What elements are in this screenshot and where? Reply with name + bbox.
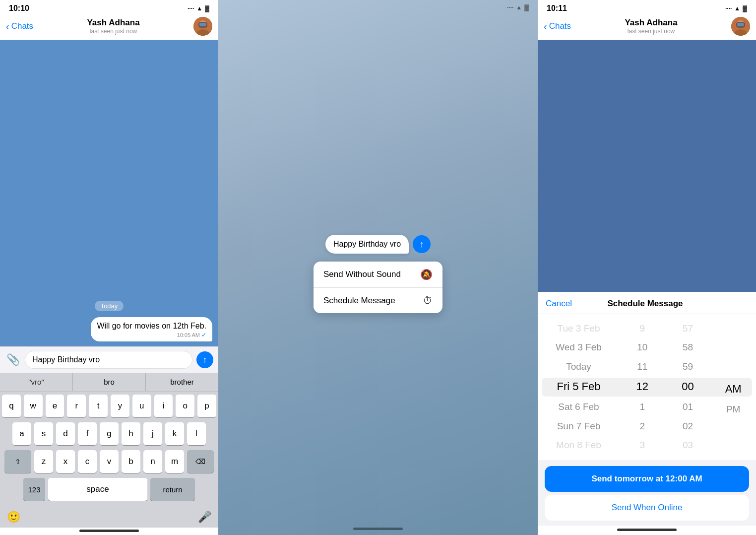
key-t[interactable]: t [89,395,108,417]
key-m[interactable]: m [165,450,184,473]
middle-chat-area: Happy Birthday vro ↑ Send Without Sound … [218,13,538,535]
key-f[interactable]: f [78,422,97,445]
picker-min-col: 57 58 59 00 01 02 03 [665,319,711,455]
battery-icon-2: ▓ [524,4,529,11]
signal-dots-icon: ···· [188,5,194,12]
schedule-icon: ⏱ [423,295,433,306]
middle-bubble: Happy Birthday vro [325,235,409,254]
context-label-1: Schedule Message [323,296,395,306]
picker-date-3: Fri 5 Feb [538,376,620,398]
svg-rect-9 [737,23,744,26]
back-label-3[interactable]: Chats [549,21,571,31]
back-button-1[interactable]: ‹ Chats [6,21,33,31]
date-picker[interactable]: Tue 3 Feb Wed 3 Feb Today Fri 5 Feb Sat … [538,314,756,460]
cancel-button[interactable]: Cancel [546,299,572,309]
back-button-3[interactable]: ‹ Chats [544,21,571,31]
svg-rect-4 [199,23,206,26]
wifi-icon-3: ▲ [734,5,740,12]
key-k[interactable]: k [165,422,184,445]
autocomplete-row: "vro" bro brother [0,373,218,392]
wifi-icon: ▲ [196,5,202,12]
key-i[interactable]: i [154,395,173,417]
key-h[interactable]: h [122,422,140,445]
key-c[interactable]: c [78,450,97,473]
context-menu-item-0[interactable]: Send Without Sound 🔕 [314,262,442,288]
picker-hour-5: 2 [620,417,665,436]
send-button-1[interactable]: ↑ [196,351,213,368]
picker-hour-1: 10 [620,338,665,357]
context-menu-item-1[interactable]: Schedule Message ⏱ [314,288,442,313]
key-v[interactable]: v [100,450,119,473]
picker-hour-0: 9 [620,319,665,338]
schedule-sheet: Cancel Schedule Message Tue 3 Feb Wed 3 … [538,292,756,526]
panel2-phone: ···· ▲ ▓ Happy Birthday vro ↑ Send Witho… [218,0,538,535]
key-backspace[interactable]: ⌫ [187,450,214,473]
key-shift[interactable]: ⇧ [4,450,31,473]
picker-hour-2: 11 [620,357,665,377]
send-online-button[interactable]: Send When Online [545,495,749,521]
contact-info-1: Yash Adhana last seen just now [87,18,139,35]
back-label-1[interactable]: Chats [11,21,33,31]
key-l[interactable]: l [187,422,206,445]
context-menu: Send Without Sound 🔕 Schedule Message ⏱ [314,262,442,313]
picker-date-6: Mon 8 Feb [538,436,620,455]
key-r[interactable]: r [67,395,86,417]
key-s[interactable]: s [34,422,53,445]
emoji-icon[interactable]: 🙂 [7,511,20,524]
avatar-1[interactable] [193,17,212,36]
time-label-1: 10:05 AM [177,332,200,338]
contact-name-1: Yash Adhana [87,18,139,28]
key-space[interactable]: space [48,478,147,501]
nav-bar-3: ‹ Chats Yash Adhana last seen just now [538,15,756,40]
battery-icon-3: ▓ [743,5,747,12]
key-b[interactable]: b [122,450,140,473]
key-d[interactable]: d [56,422,75,445]
avatar-3[interactable] [731,17,750,36]
key-o[interactable]: o [176,395,194,417]
autocomplete-item-1[interactable]: bro [73,373,146,391]
key-p[interactable]: p [197,395,216,417]
key-a[interactable]: a [12,422,31,445]
autocomplete-item-0[interactable]: "vro" [0,373,73,391]
no-sound-icon: 🔕 [420,268,433,280]
key-z[interactable]: z [34,450,53,473]
key-g[interactable]: g [100,422,119,445]
key-y[interactable]: y [111,395,129,417]
key-u[interactable]: u [132,395,151,417]
chevron-left-icon-3: ‹ [544,21,547,31]
middle-send-btn[interactable]: ↑ [413,235,431,253]
key-return[interactable]: return [150,478,195,501]
contact-status-3: last seen just now [625,28,677,35]
status-bar-3: 10:11 ···· ▲ ▓ [538,0,756,15]
key-n[interactable]: n [143,450,162,473]
send-tomorrow-button[interactable]: Send tomorrow at 12:00 AM [545,466,749,492]
key-row-3: ⇧ z x c v b n m ⌫ [2,450,216,473]
contact-status-1: last seen just now [87,28,139,35]
key-e[interactable]: e [46,395,64,417]
key-x[interactable]: x [56,450,75,473]
picker-min-4: 01 [665,398,711,417]
status-time-1: 10:10 [9,4,29,13]
key-j[interactable]: j [143,422,162,445]
input-bar-1: 📎 ↑ [0,346,218,373]
home-indicator-2 [353,528,403,530]
key-123[interactable]: 123 [23,478,45,501]
status-icons-3: ···· ▲ ▓ [725,5,747,12]
key-w[interactable]: w [24,395,43,417]
home-indicator-1 [79,530,139,532]
picker-am: AM [710,362,756,400]
status-time-3: 10:11 [547,4,567,13]
home-indicator-3 [617,529,677,531]
signal-icon-3: ···· [725,5,732,12]
picker-pm: PM [710,400,756,419]
autocomplete-item-2[interactable]: brother [146,373,218,391]
key-q[interactable]: q [2,395,21,417]
key-row-1: q w e r t y u i o p [2,395,216,417]
right-chat-area [538,40,756,292]
mic-icon[interactable]: 🎤 [198,511,211,524]
bottom-bar-1: 🙂 🎤 [0,508,218,528]
message-input-1[interactable] [25,351,192,369]
attach-button-1[interactable]: 📎 [5,352,21,368]
sheet-title: Schedule Message [607,299,683,309]
picker-min-1: 58 [665,338,711,357]
